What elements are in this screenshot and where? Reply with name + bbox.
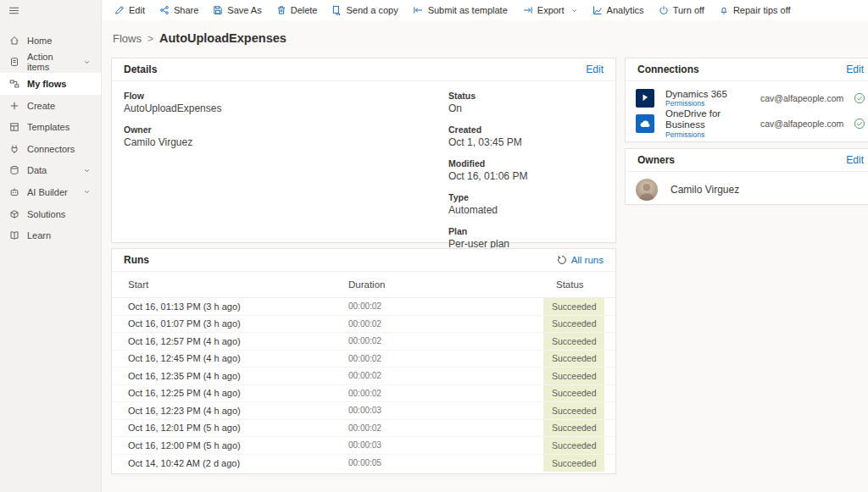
connection-permissions-link[interactable]: Permissions — [665, 130, 760, 139]
sidebar-item-learn[interactable]: Learn — [0, 224, 101, 246]
details-left-column: Flow AutoUploadExpenses Owner Camilo Vir… — [124, 91, 448, 260]
all-runs-label: All runs — [571, 255, 604, 265]
connections-title: Connections — [637, 64, 699, 75]
sidebar-item-label: Templates — [27, 122, 70, 132]
run-start: Oct 16, 12:45 PM (4 h ago) — [112, 351, 348, 368]
chevron-down-icon — [83, 188, 91, 196]
edit-button[interactable]: Edit — [114, 5, 145, 15]
check-circle-icon — [854, 118, 865, 130]
column-header-duration[interactable]: Duration — [348, 279, 543, 290]
run-row[interactable]: Oct 16, 01:07 PM (3 h ago) 00:00:02 Succ… — [112, 316, 615, 334]
edit-icon — [114, 5, 125, 15]
owner-name: Camilo Virguez — [670, 184, 739, 196]
connections-edit-link[interactable]: Edit — [846, 64, 864, 75]
run-row[interactable]: Oct 16, 12:00 PM (5 h ago) 00:00:03 Succ… — [112, 437, 615, 455]
run-row[interactable]: Oct 16, 12:23 PM (4 h ago) 00:00:03 Succ… — [112, 402, 615, 420]
field-label: Created — [448, 124, 604, 135]
toolbar-item-label: Analytics — [607, 5, 644, 15]
share-button[interactable]: Share — [159, 5, 198, 15]
run-start: Oct 14, 10:42 AM (2 d ago) — [112, 455, 348, 473]
sidebar-item-solutions[interactable]: Solutions — [0, 203, 101, 225]
connection-row-onedrive-business[interactable]: OneDrive for Business Permissions cav@al… — [626, 111, 868, 136]
run-row[interactable]: Oct 16, 12:25 PM (4 h ago) 00:00:02 Succ… — [112, 385, 615, 403]
run-status-badge: Succeeded — [543, 298, 604, 315]
run-row[interactable]: Oct 16, 12:45 PM (4 h ago) 00:00:02 Succ… — [112, 351, 615, 368]
sidebar-item-label: Action items — [27, 52, 75, 72]
detail-field-created: Created Oct 1, 03:45 PM — [448, 124, 604, 148]
run-row[interactable]: Oct 16, 12:01 PM (5 h ago) 00:00:02 Succ… — [112, 420, 615, 438]
delete-button[interactable]: Delete — [276, 5, 318, 15]
all-runs-link[interactable]: All runs — [557, 255, 604, 265]
hamburger-menu-icon[interactable] — [0, 0, 101, 16]
sidebar-nav: Home Action items My flows Create Templa… — [0, 30, 101, 246]
connection-row-dynamics-365[interactable]: Dynamics 365 Permissions cav@alfapeople.… — [626, 86, 868, 111]
sidebar-item-create[interactable]: Create — [0, 95, 101, 117]
detail-field-status: Status On — [448, 91, 604, 114]
sidebar-item-label: Data — [27, 165, 47, 175]
sidebar: Home Action items My flows Create Templa… — [0, 0, 102, 492]
templates-icon — [9, 122, 19, 132]
turn-off-button[interactable]: Turn off — [659, 5, 704, 15]
field-label: Status — [448, 91, 604, 101]
sidebar-item-data[interactable]: Data — [0, 160, 101, 182]
detail-field-plan: Plan Per-user plan — [448, 226, 604, 250]
field-value: AutoUploadExpenses — [124, 102, 448, 114]
run-start: Oct 16, 12:01 PM (5 h ago) — [112, 420, 348, 437]
page-title: AutoUploadExpenses — [159, 31, 287, 45]
export-button[interactable]: Export — [522, 5, 578, 15]
run-start: Oct 16, 01:07 PM (3 h ago) — [112, 316, 348, 333]
save-as-button[interactable]: Save As — [213, 5, 261, 15]
run-row[interactable]: Oct 16, 12:35 PM (4 h ago) 00:00:02 Succ… — [112, 368, 615, 385]
runs-title: Runs — [124, 254, 149, 266]
sidebar-item-templates[interactable]: Templates — [0, 116, 101, 138]
field-value: On — [448, 102, 604, 114]
owner-row: Camilo Virguez — [626, 172, 868, 207]
sidebar-item-action-items[interactable]: Action items — [0, 52, 101, 74]
create-icon — [9, 101, 19, 111]
run-duration: 00:00:03 — [348, 437, 543, 454]
run-duration: 00:00:02 — [348, 385, 543, 402]
details-edit-link[interactable]: Edit — [586, 64, 604, 75]
check-circle-icon — [854, 92, 865, 104]
connection-permissions-link[interactable]: Permissions — [665, 99, 760, 108]
column-header-start[interactable]: Start — [112, 279, 348, 290]
owners-card: Owners Edit Camilo Virguez — [625, 148, 868, 205]
run-duration: 00:00:02 — [348, 316, 543, 333]
chevron-down-icon — [83, 58, 91, 66]
run-start: Oct 16, 12:35 PM (4 h ago) — [112, 368, 348, 384]
run-row[interactable]: Oct 14, 10:42 AM (2 d ago) 00:00:05 Succ… — [112, 455, 615, 473]
run-duration: 00:00:02 — [348, 368, 543, 384]
toolbar-item-label: Submit as template — [428, 5, 508, 15]
column-header-status[interactable]: Status — [543, 279, 604, 290]
submit-as-template-button[interactable]: Submit as template — [413, 5, 508, 15]
sidebar-item-home[interactable]: Home — [0, 30, 101, 52]
my-flows-icon — [9, 79, 19, 89]
breadcrumb-flows-link[interactable]: Flows — [113, 32, 142, 45]
connection-account: cav@alfapeople.com — [760, 93, 845, 103]
run-row[interactable]: Oct 16, 01:13 PM (3 h ago) 00:00:02 Succ… — [112, 298, 615, 316]
owners-edit-link[interactable]: Edit — [846, 154, 864, 166]
toolbar-item-label: Send a copy — [346, 5, 398, 15]
sidebar-item-label: Home — [27, 36, 52, 46]
run-start: Oct 16, 12:23 PM (4 h ago) — [112, 402, 348, 419]
sidebar-item-label: Learn — [27, 230, 51, 240]
sidebar-item-label: Connectors — [27, 144, 75, 154]
command-bar: Edit Share Save As Delete Send a copy Su… — [103, 0, 868, 20]
runs-card-header: Runs All runs — [112, 249, 615, 272]
send-a-copy-button[interactable]: Send a copy — [331, 5, 398, 15]
details-card: Details Edit Flow AutoUploadExpenses Own… — [111, 58, 616, 243]
field-value: Oct 1, 03:45 PM — [448, 136, 604, 148]
sidebar-item-connectors[interactable]: Connectors — [0, 138, 101, 160]
export-icon — [522, 5, 533, 15]
delete-icon — [276, 5, 287, 15]
run-start: Oct 16, 12:00 PM (5 h ago) — [112, 437, 348, 454]
run-row[interactable]: Oct 16, 12:57 PM (4 h ago) 00:00:02 Succ… — [112, 333, 615, 351]
repair-tips-off-button[interactable]: Repair tips off — [719, 5, 791, 15]
history-icon — [557, 255, 567, 265]
field-label: Type — [448, 192, 604, 202]
analytics-button[interactable]: Analytics — [593, 5, 644, 15]
analytics-icon — [593, 5, 603, 15]
runs-card: Runs All runs Start Duration Status Oct … — [111, 248, 616, 474]
sidebar-item-ai-builder[interactable]: AI Builder — [0, 181, 101, 203]
sidebar-item-my-flows[interactable]: My flows — [0, 73, 101, 95]
